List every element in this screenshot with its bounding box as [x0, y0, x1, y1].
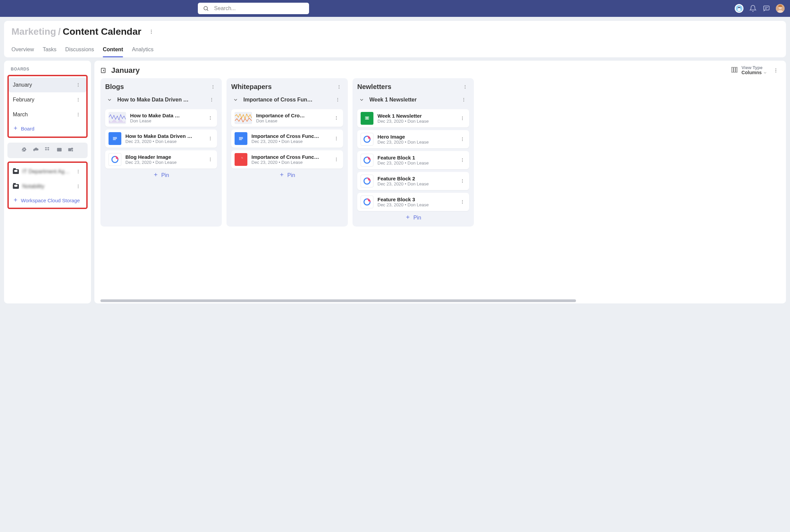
breadcrumb-parent[interactable]: Marketing — [12, 26, 56, 37]
folder-more-icon[interactable] — [74, 183, 82, 190]
content-card[interactable]: Blog Header ImageDec 23, 2020 • Don Leas… — [105, 150, 217, 169]
svg-point-93 — [336, 138, 337, 139]
board-item-february[interactable]: February — [9, 92, 86, 107]
svg-point-92 — [336, 137, 337, 137]
card-more-icon[interactable] — [332, 155, 341, 164]
add-cloud-storage-button[interactable]: Workspace Cloud Storage — [9, 194, 86, 207]
google-drive-icon[interactable] — [21, 147, 27, 154]
board-item-january[interactable]: January — [9, 78, 86, 92]
content-card[interactable]: Week 1 NewsletterDec 23, 2020 • Don Leas… — [357, 109, 469, 128]
svg-rect-24 — [69, 148, 72, 151]
group-more-icon[interactable] — [460, 96, 468, 104]
board-more-icon[interactable] — [772, 66, 780, 75]
tab-discussions[interactable]: Discussions — [65, 43, 94, 57]
cloud-folder-item[interactable]: Notability — [9, 179, 86, 194]
content-card[interactable]: Feature Block 3Dec 23, 2020 • Don Lease — [357, 193, 469, 211]
column-more-icon[interactable] — [209, 83, 217, 91]
search-box[interactable] — [198, 3, 309, 14]
card-more-icon[interactable] — [458, 198, 466, 206]
sharepoint-icon[interactable] — [68, 147, 74, 154]
tab-content[interactable]: Content — [103, 43, 123, 57]
folder-more-icon[interactable] — [74, 168, 82, 176]
view-type-selector[interactable]: View Type Columns — [731, 65, 767, 76]
card-more-icon[interactable] — [206, 155, 214, 164]
add-board-button[interactable]: Board — [9, 122, 86, 135]
svg-point-119 — [368, 158, 369, 159]
svg-point-9 — [151, 30, 152, 30]
content-card[interactable]: Hero ImageDec 23, 2020 • Don Lease — [357, 130, 469, 148]
column: WhitepapersImportance of Cross Fun…Impor… — [227, 78, 348, 227]
pin-button[interactable]: Pin — [105, 172, 217, 179]
card-more-icon[interactable] — [332, 134, 341, 142]
box-icon[interactable] — [56, 147, 62, 154]
app-icon — [361, 195, 373, 208]
content-card[interactable]: Importance of Cross Func…Dec 23, 2020 • … — [231, 150, 343, 169]
svg-point-124 — [368, 179, 369, 180]
chart-thumbnail-icon — [235, 112, 252, 124]
svg-point-84 — [338, 99, 338, 100]
board-item-more-icon[interactable] — [74, 111, 82, 119]
svg-point-66 — [210, 119, 211, 120]
card-title: How to Make Data … — [130, 113, 202, 118]
card-more-icon[interactable] — [206, 114, 214, 122]
dropbox-icon[interactable] — [45, 147, 51, 154]
card-title: Feature Block 2 — [378, 176, 454, 182]
cloud-folder-item[interactable]: IT Department Ag… — [9, 164, 86, 179]
svg-rect-37 — [734, 68, 735, 73]
bell-icon[interactable] — [749, 4, 757, 13]
card-more-icon[interactable] — [458, 135, 466, 143]
svg-point-20 — [78, 116, 79, 116]
card-more-icon[interactable] — [206, 134, 214, 142]
board-item-more-icon[interactable] — [74, 96, 82, 104]
svg-point-94 — [336, 139, 337, 140]
svg-point-40 — [775, 70, 776, 71]
svg-rect-6 — [764, 6, 769, 10]
chevron-down-icon[interactable] — [233, 97, 238, 103]
columns-container[interactable]: BlogsHow to Make Data Driven …How to Mak… — [100, 78, 780, 231]
svg-point-88 — [336, 119, 337, 120]
content-card[interactable]: How to Make Data Driven …Dec 23, 2020 • … — [105, 130, 217, 148]
svg-point-44 — [213, 88, 213, 89]
board-item-more-icon[interactable] — [74, 81, 82, 89]
svg-point-19 — [78, 114, 79, 115]
tab-tasks[interactable]: Tasks — [43, 43, 57, 57]
card-more-icon[interactable] — [458, 177, 466, 185]
pin-button[interactable]: Pin — [231, 172, 343, 179]
content-card[interactable]: Feature Block 1Dec 23, 2020 • Don Lease — [357, 151, 469, 169]
user-avatar[interactable] — [776, 4, 785, 13]
page-more-icon[interactable] — [147, 27, 155, 36]
svg-point-103 — [463, 98, 464, 99]
content-card[interactable]: How to Make Data …Don Lease — [105, 109, 217, 127]
svg-rect-68 — [113, 138, 117, 139]
collapse-sidebar-icon[interactable] — [100, 67, 107, 74]
card-meta: Don Lease — [256, 118, 328, 124]
horizontal-scrollbar[interactable] — [100, 299, 780, 302]
board-item-march[interactable]: March — [9, 107, 86, 122]
svg-point-125 — [462, 179, 463, 180]
search-input[interactable] — [213, 5, 305, 12]
cloud-folders-group: IT Department Ag…NotabilityWorkspace Clo… — [7, 162, 88, 209]
content-card[interactable]: Importance of Cross Func…Dec 23, 2020 • … — [231, 130, 343, 148]
tab-overview[interactable]: Overview — [12, 43, 34, 57]
group-more-icon[interactable] — [208, 96, 216, 104]
column-title: Blogs — [105, 83, 124, 91]
svg-point-64 — [210, 116, 211, 117]
pin-button[interactable]: Pin — [357, 214, 469, 221]
chat-icon[interactable] — [763, 4, 770, 13]
group-more-icon[interactable] — [334, 96, 342, 104]
pdf-icon — [235, 153, 247, 166]
onedrive-icon[interactable] — [33, 147, 39, 154]
content-card[interactable]: Importance of Cro…Don Lease — [231, 109, 343, 127]
column-more-icon[interactable] — [461, 83, 469, 91]
card-more-icon[interactable] — [332, 114, 341, 122]
chevron-down-icon[interactable] — [359, 97, 365, 103]
card-more-icon[interactable] — [458, 114, 466, 122]
tab-analytics[interactable]: Analytics — [132, 43, 153, 57]
assistant-avatar[interactable] — [735, 4, 744, 13]
chevron-down-icon[interactable] — [107, 97, 113, 103]
svg-rect-89 — [239, 137, 243, 138]
content-card[interactable]: Feature Block 2Dec 23, 2020 • Don Lease — [357, 172, 469, 190]
column-more-icon[interactable] — [335, 83, 343, 91]
svg-point-114 — [368, 137, 369, 138]
card-more-icon[interactable] — [458, 156, 466, 164]
